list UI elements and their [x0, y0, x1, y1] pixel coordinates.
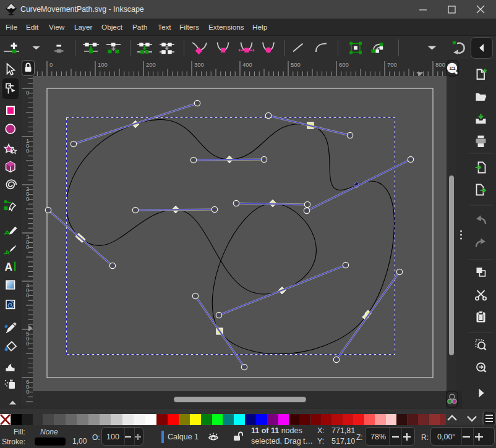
svg-text:0: 0 — [49, 61, 53, 68]
svg-text:400: 400 — [242, 61, 252, 68]
svg-text:0: 0 — [26, 388, 29, 395]
svg-text:0: 0 — [26, 243, 29, 250]
svg-text:500: 500 — [291, 61, 301, 68]
svg-text:1:1: 1:1 — [450, 66, 456, 71]
svg-text:0: 0 — [26, 292, 29, 298]
svg-text:800: 800 — [435, 61, 445, 68]
svg-text:A: A — [5, 261, 13, 273]
svg-text:0: 0 — [26, 195, 29, 202]
svg-text:0: 0 — [26, 147, 29, 154]
svg-text:0: 0 — [26, 89, 29, 96]
svg-text:600: 600 — [339, 61, 349, 68]
svg-text:700: 700 — [387, 61, 397, 68]
svg-text:0: 0 — [26, 340, 29, 347]
svg-text:200: 200 — [146, 61, 156, 68]
svg-text:100: 100 — [98, 61, 108, 68]
svg-text:300: 300 — [194, 61, 204, 68]
